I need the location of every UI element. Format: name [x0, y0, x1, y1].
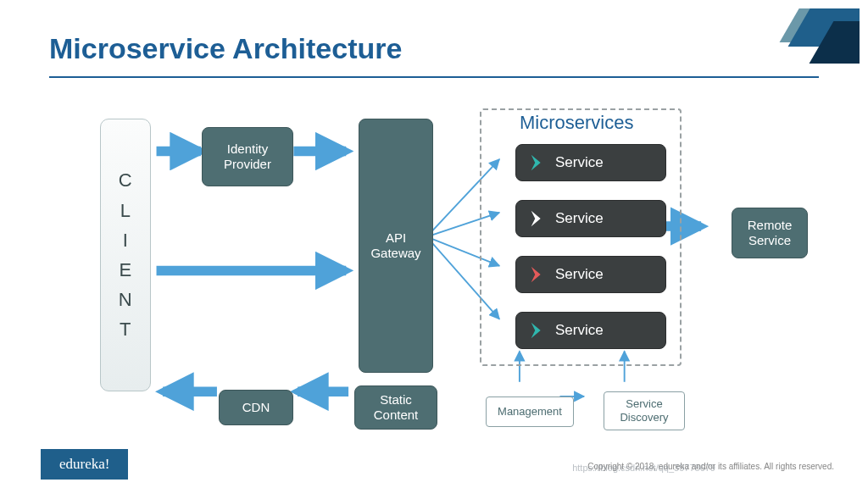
client-label: C L I E N T: [119, 165, 132, 344]
service-label: Service: [555, 322, 604, 339]
brand-badge: edureka!: [41, 449, 128, 480]
diagram-stage: C L I E N T Identity Provider API Gatewa…: [49, 93, 819, 429]
service-box-4: Service: [515, 312, 666, 349]
arrows-layer: [49, 93, 819, 429]
service-box-1: Service: [515, 144, 666, 181]
title-rule: [49, 76, 819, 78]
service-box-2: Service: [515, 200, 666, 237]
watermark-text: https://blog.csdn.net/qq_39778679: [572, 463, 715, 473]
chevron-icon: [528, 263, 547, 286]
slide-title: Microservice Architecture: [49, 32, 402, 65]
service-label: Service: [555, 210, 604, 227]
remote-service-box: Remote Service: [732, 208, 808, 258]
static-content-box: Static Content: [354, 385, 437, 430]
management-box: Management: [486, 396, 574, 427]
chevron-icon: [528, 152, 547, 174]
service-box-3: Service: [515, 256, 666, 293]
client-box: C L I E N T: [100, 119, 151, 391]
chevron-icon: [528, 208, 547, 230]
api-gateway-box: API Gateway: [359, 119, 433, 373]
identity-provider-box: Identity Provider: [202, 127, 293, 186]
service-label: Service: [555, 266, 604, 283]
cdn-box: CDN: [219, 390, 293, 425]
service-discovery-box: Service Discovery: [604, 391, 685, 430]
corner-decoration: [758, 8, 860, 68]
chevron-icon: [528, 319, 547, 341]
service-label: Service: [555, 154, 604, 171]
microservices-heading: Microservices: [520, 112, 633, 134]
